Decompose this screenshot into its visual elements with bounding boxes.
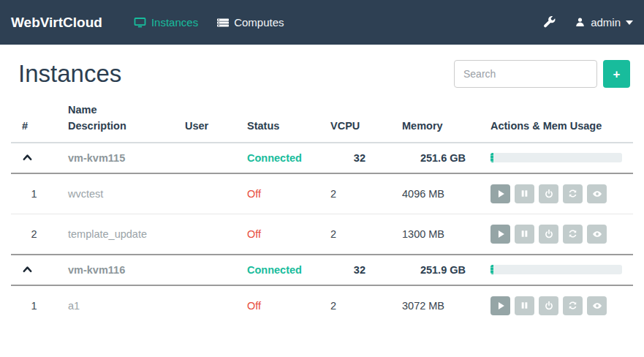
user-cell [174,255,236,285]
action-buttons [490,225,622,244]
nav-item-label: Instances [151,16,198,29]
collapse-cell [11,255,57,285]
power-button[interactable] [539,225,558,244]
mem-usage-bar [490,265,622,274]
wrench-icon[interactable] [543,16,556,29]
memory-cell: 1300 MB [391,214,480,255]
memory-cell: 251.6 GB [391,143,480,173]
refresh-button[interactable] [563,184,583,203]
instance-name-link[interactable]: wvctest [68,188,103,200]
nav-item-label: Computes [234,16,284,29]
action-buttons [490,184,622,203]
user-cell [174,214,236,255]
user-cell [174,173,236,214]
col-header-user: User [174,98,236,143]
nav-item-computes[interactable]: Computes [208,0,293,45]
instance-name-link[interactable]: template_update [68,228,147,240]
pause-button[interactable] [515,296,534,315]
vcpu-cell: 2 [319,214,391,255]
col-header-status: Status [236,98,319,143]
vcpu-cell: 32 [319,255,391,285]
play-button[interactable] [490,225,510,244]
mem-usage-fill [490,153,493,162]
host-row: vm-kvm116 Connected 32 251.9 GB [11,255,633,285]
chevron-up-icon[interactable] [22,152,33,162]
instances-table: # Name Description User Status VCPU Memo… [11,98,633,326]
pause-button[interactable] [515,225,534,244]
nav-item-instances[interactable]: Instances [124,0,208,45]
user-icon [575,17,586,28]
col-header-num: # [11,98,57,143]
user-cell [174,285,236,326]
play-button[interactable] [490,184,510,203]
add-instance-button[interactable]: + [603,60,630,88]
caret-down-icon [626,20,633,25]
status-badge: Off [247,300,261,312]
col-header-actions: Actions & Mem Usage [480,98,633,143]
refresh-button[interactable] [563,225,583,244]
main-nav: Instances Computes [124,0,294,45]
play-button[interactable] [490,296,510,315]
table-header-row: # Name Description User Status VCPU Memo… [11,98,633,143]
index-cell: 1 [11,285,57,326]
memory-cell: 3072 MB [391,285,480,326]
navbar: WebVirtCloud Instances Computes admin [0,0,644,45]
search-input[interactable] [454,60,597,88]
user-menu[interactable]: admin [575,16,633,29]
monitor-icon [134,17,146,29]
index-cell: 1 [11,173,57,214]
index-cell: 2 [11,214,57,255]
chevron-up-icon[interactable] [22,264,33,274]
mem-usage-fill [490,265,493,274]
pause-button[interactable] [515,184,534,203]
memory-cell: 4096 MB [391,173,480,214]
instance-row: 1 a1 Off 2 3072 MB [11,285,633,326]
navbar-right: admin [543,16,633,29]
user-cell [174,143,236,173]
status-badge: Off [247,228,261,240]
search-area: + [454,60,630,88]
user-label: admin [591,16,621,29]
instance-row: 1 wvctest Off 2 4096 MB [11,173,633,214]
page-head: Instances + [0,45,644,97]
page-title: Instances [18,60,121,88]
host-name-link[interactable]: vm-kvm116 [68,264,125,276]
instance-name-link[interactable]: a1 [68,300,80,312]
memory-cell: 251.9 GB [391,255,480,285]
power-button[interactable] [539,296,558,315]
status-badge: Connected [247,264,302,276]
host-row: vm-kvm115 Connected 32 251.6 GB [11,143,633,173]
refresh-button[interactable] [563,296,583,315]
action-buttons [490,296,622,315]
vcpu-cell: 2 [319,285,391,326]
eye-button[interactable] [587,296,607,315]
status-badge: Off [247,188,261,200]
brand[interactable]: WebVirtCloud [11,15,102,31]
plus-icon: + [613,67,621,81]
col-header-name-description: Name Description [57,98,174,143]
vcpu-cell: 32 [319,143,391,173]
eye-button[interactable] [587,184,607,203]
server-icon [217,17,229,29]
col-header-vcpu: VCPU [319,98,391,143]
instance-row: 2 template_update Off 2 1300 MB [11,214,633,255]
mem-usage-bar [490,153,622,162]
host-name-link[interactable]: vm-kvm115 [68,152,125,164]
col-header-memory: Memory [391,98,480,143]
vcpu-cell: 2 [319,173,391,214]
power-button[interactable] [539,184,558,203]
status-badge: Connected [247,152,302,164]
collapse-cell [11,143,57,173]
eye-button[interactable] [587,225,607,244]
